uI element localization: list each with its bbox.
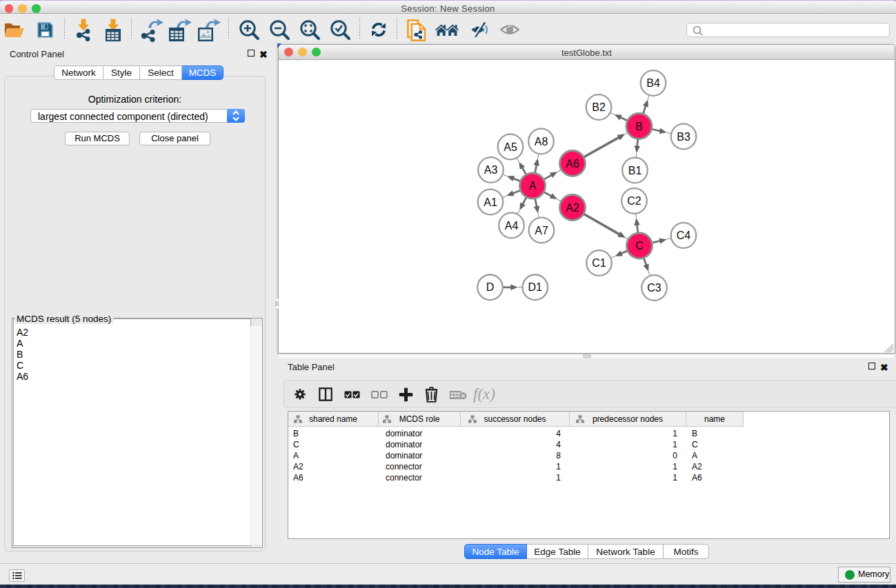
svg-text:C3: C3 xyxy=(647,282,661,294)
svg-text:A8: A8 xyxy=(535,136,548,148)
svg-text:A1: A1 xyxy=(484,196,497,208)
svg-text:C4: C4 xyxy=(677,230,691,241)
svg-text:A: A xyxy=(529,180,537,192)
svg-text:A6: A6 xyxy=(566,158,579,170)
svg-text:D: D xyxy=(486,281,495,293)
svg-text:A3: A3 xyxy=(484,164,498,176)
svg-text:A4: A4 xyxy=(505,220,519,232)
svg-text:C2: C2 xyxy=(627,195,641,207)
svg-text:B: B xyxy=(635,121,643,132)
svg-text:B2: B2 xyxy=(592,101,606,113)
svg-text:C: C xyxy=(635,240,644,252)
svg-text:C1: C1 xyxy=(592,257,606,269)
svg-text:B1: B1 xyxy=(628,165,642,176)
svg-text:A2: A2 xyxy=(566,202,579,214)
svg-text:A5: A5 xyxy=(504,141,517,153)
svg-text:D1: D1 xyxy=(528,281,543,293)
svg-text:B4: B4 xyxy=(646,77,660,89)
svg-text:A7: A7 xyxy=(535,225,548,236)
svg-text:B3: B3 xyxy=(677,131,690,143)
